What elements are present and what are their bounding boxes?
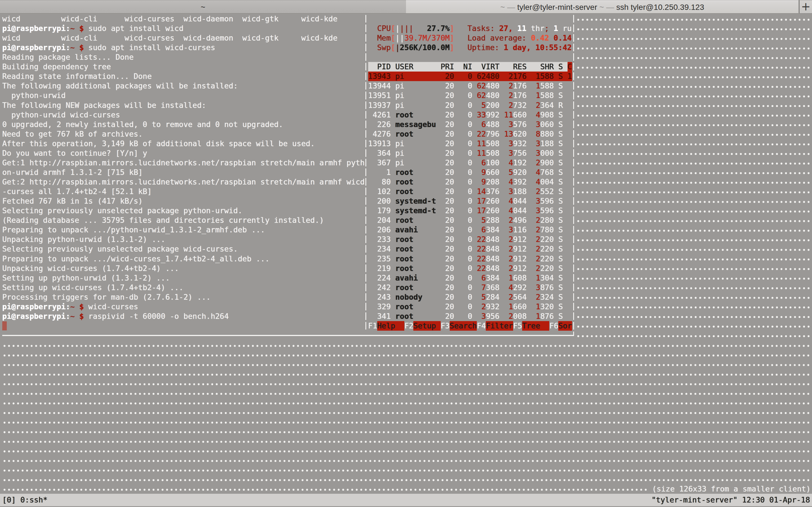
text-segment: 17	[477, 206, 486, 216]
text-segment: 256K/100.0M	[400, 43, 450, 52]
text-segment: 62	[477, 81, 486, 91]
terminal-content[interactable]: wicd wicd-cli wicd-curses wicd-daemon wi…	[0, 13, 812, 507]
shell-line: Selecting previously unselected package …	[2, 244, 238, 254]
text-segment	[500, 292, 504, 302]
text-segment	[500, 196, 504, 206]
text-segment: 4	[504, 158, 513, 168]
text-segment: $	[79, 43, 84, 52]
text-segment: root	[395, 110, 436, 120]
shell-line: wicd wicd-cli wicd-curses wicd-daemon wi…	[2, 33, 338, 43]
shell-line: After this operation, 3,149 kB of additi…	[2, 139, 315, 149]
text-segment	[549, 24, 553, 33]
text-segment: 62	[477, 91, 486, 100]
htop-process-row: 226 messagebu 20 0 6488 3576 3060 S	[368, 120, 572, 129]
shell-line: Unpacking wicd-curses (1.7.4+tb2-4) ...	[2, 264, 179, 273]
tab-title-segment: ssh tyler@10.250.39.123	[616, 3, 704, 11]
text-segment: 39.7M/370M	[404, 33, 450, 43]
text-segment: 3	[477, 312, 486, 321]
text-segment	[500, 254, 504, 264]
text-segment: 2	[531, 264, 540, 273]
text-segment: 9	[477, 177, 486, 187]
text-segment	[500, 168, 504, 177]
text-segment: 2	[531, 244, 540, 254]
text-segment: 3	[531, 139, 540, 149]
text-segment	[527, 187, 531, 196]
window-right-border-segment	[573, 63, 574, 70]
window-right-border-segment	[573, 130, 574, 138]
text-segment: 564	[513, 292, 527, 302]
pane-divider-segment	[365, 140, 366, 147]
text-segment: python-urwid	[2, 91, 66, 100]
text-segment	[500, 264, 504, 273]
htop-meter-right: Load average: 0.42 0.14	[467, 33, 572, 43]
text-segment: 044	[513, 196, 527, 206]
tab-home[interactable]: ~	[0, 0, 406, 13]
new-tab-button[interactable]: +	[799, 0, 812, 13]
tab-title-segment: ~ —	[500, 3, 517, 11]
text-segment: 5	[477, 216, 486, 225]
text-segment: 5	[477, 101, 486, 110]
text-segment: 7	[477, 283, 486, 292]
text-segment: 004	[540, 177, 554, 187]
text-segment: The following NEW packages will be insta…	[2, 101, 206, 110]
text-segment: 224	[368, 273, 395, 283]
pane-divider-segment	[365, 197, 366, 205]
text-segment: 192	[513, 158, 527, 168]
text-segment: 11	[504, 110, 513, 120]
text-segment: 288	[486, 216, 499, 225]
text-segment: 2	[531, 292, 540, 302]
text-segment: 3	[504, 225, 513, 235]
text-segment: The following additional packages will b…	[2, 81, 238, 91]
htop-process-row: 329 root 20 0 2932 1660 1320 S	[368, 302, 572, 312]
pane-divider-segment	[365, 265, 366, 272]
text-segment	[527, 177, 531, 187]
text-segment: 20 0	[436, 273, 477, 283]
text-segment: ~	[70, 312, 75, 321]
htop-process-row: 219 root 20 0 22848 2912 2220 S	[368, 264, 572, 273]
text-segment: 848	[486, 244, 499, 254]
text-segment: 20 0	[436, 177, 477, 187]
unused-area-dots-bottom	[2, 341, 811, 495]
text-segment: pi@raspberrypi:	[2, 302, 70, 312]
text-segment: 3	[504, 120, 513, 129]
text-segment: Swp	[377, 43, 391, 52]
htop-process-row: 206 avahi 20 0 6384 3116 2780 S	[368, 225, 572, 235]
text-segment: 932	[486, 302, 499, 312]
pane-divider-segment	[365, 322, 366, 330]
text-segment: 496	[513, 216, 527, 225]
text-segment	[500, 283, 504, 292]
text-segment: Get:2 http://raspbian.mirrors.lucidnetwo…	[2, 177, 364, 187]
text-segment: 179	[368, 206, 395, 216]
text-segment: 20 0	[436, 139, 477, 149]
tab-ssh-session[interactable]: ~ — tyler@tyler-mint-server ~ — ssh tyle…	[406, 0, 799, 13]
text-segment: 848	[486, 264, 499, 273]
window-right-border-segment	[573, 322, 574, 330]
text-segment: 4261	[368, 110, 395, 120]
htop-process-row: 179 systemd-t 20 0 17260 4044 3596 S	[368, 206, 572, 216]
window-right-border-segment	[573, 187, 574, 195]
text-segment: Uptime:	[467, 43, 504, 52]
text-segment: 20 0	[436, 264, 477, 273]
htop-process-row: 80 root 20 0 9208 4392 4004 S	[368, 177, 572, 187]
text-segment: 1	[531, 302, 540, 312]
text-segment: Setting up wicd-curses (1.7.4+tb2-4) ...	[2, 283, 184, 292]
htop-process-row: 1 root 20 0 9660 5920 4768 S	[368, 168, 572, 177]
text-segment	[413, 24, 427, 33]
text-segment	[500, 225, 504, 235]
text-segment: 508	[486, 149, 499, 158]
text-segment: C	[567, 62, 572, 71]
pane-divider-segment	[365, 216, 366, 224]
window-right-border-segment	[573, 92, 574, 99]
text-segment: 660	[513, 110, 527, 120]
text-segment: thr	[526, 24, 545, 33]
text-segment: 20 0	[436, 302, 477, 312]
text-segment: 324	[540, 292, 554, 302]
text-segment: 8	[531, 129, 540, 139]
text-segment: Mem	[377, 33, 391, 43]
text-segment: Building dependency tree	[2, 62, 111, 71]
text-segment: 304	[540, 273, 554, 283]
htop-meter-right: Tasks: 27, 11 thr; 1 ru	[467, 24, 572, 33]
text-segment: 0.42	[531, 33, 549, 43]
pane-divider-segment	[365, 284, 366, 291]
pane-divider-segment	[365, 111, 366, 119]
